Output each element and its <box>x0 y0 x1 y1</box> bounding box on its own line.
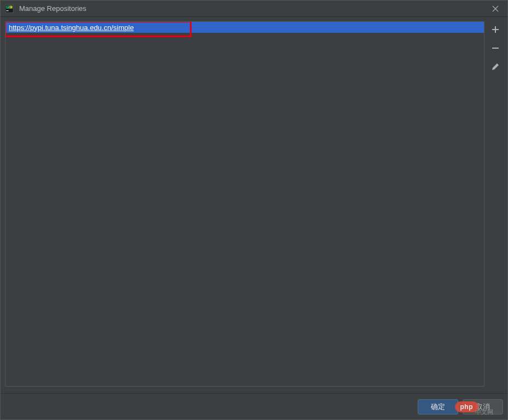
add-button[interactable] <box>489 24 501 36</box>
edit-button[interactable] <box>489 61 501 73</box>
main-area: https://pypi.tuna.tsinghua.edu.cn/simple <box>5 21 503 387</box>
titlebar: P C Manage Repositories <box>1 1 507 17</box>
content-area: https://pypi.tuna.tsinghua.edu.cn/simple <box>1 17 507 393</box>
repository-url-link[interactable]: https://pypi.tuna.tsinghua.edu.cn/simple <box>9 24 134 32</box>
manage-repositories-dialog: P C Manage Repositories https://pypi.tun… <box>0 0 508 420</box>
pycharm-app-icon: P C <box>5 4 14 13</box>
minus-icon <box>491 44 500 52</box>
repository-list[interactable]: https://pypi.tuna.tsinghua.edu.cn/simple <box>5 21 484 387</box>
dialog-buttons: php 中文网 确定 取消 <box>1 393 507 419</box>
close-button[interactable] <box>488 1 503 16</box>
svg-rect-5 <box>7 10 9 11</box>
plus-icon <box>491 25 500 34</box>
ok-button[interactable]: 确定 <box>418 399 458 415</box>
list-toolbar <box>488 21 503 387</box>
repository-list-item[interactable]: https://pypi.tuna.tsinghua.edu.cn/simple <box>5 22 484 33</box>
svg-text:C: C <box>10 5 12 9</box>
window-title: Manage Repositories <box>19 4 488 13</box>
cancel-button[interactable]: 取消 <box>463 399 503 415</box>
pencil-icon <box>491 62 500 71</box>
remove-button[interactable] <box>489 42 501 54</box>
